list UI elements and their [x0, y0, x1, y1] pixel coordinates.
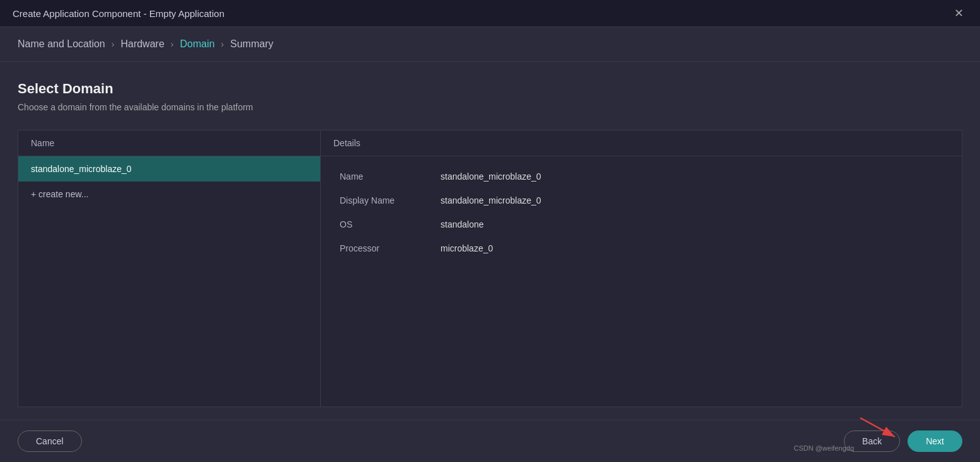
breadcrumb-sep-3: ›	[221, 39, 224, 49]
section-description: Choose a domain from the available domai…	[18, 102, 962, 112]
detail-label-os: OS	[340, 219, 441, 229]
details-body: Name standalone_microblaze_0 Display Nam…	[321, 156, 962, 269]
create-new-domain-item[interactable]: + create new...	[18, 182, 320, 207]
detail-value-os: standalone	[441, 219, 484, 229]
detail-value-processor: microblaze_0	[441, 243, 493, 253]
left-panel: Name standalone_microblaze_0 + create ne…	[18, 130, 321, 407]
detail-value-name: standalone_microblaze_0	[441, 171, 541, 182]
footer: Cancel Back Next	[0, 420, 980, 462]
breadcrumb-sep-1: ›	[112, 39, 115, 49]
detail-row-os: OS standalone	[340, 219, 943, 229]
detail-value-display-name: standalone_microblaze_0	[441, 195, 541, 205]
breadcrumb-summary: Summary	[230, 38, 273, 50]
main-content: Select Domain Choose a domain from the a…	[0, 62, 980, 420]
detail-label-name: Name	[340, 171, 441, 182]
main-panel: Name standalone_microblaze_0 + create ne…	[18, 130, 962, 407]
cancel-button[interactable]: Cancel	[18, 430, 82, 452]
domain-item-label: standalone_microblaze_0	[31, 164, 132, 174]
detail-label-processor: Processor	[340, 243, 441, 253]
next-button[interactable]: Next	[908, 430, 962, 452]
dialog-title: Create Application Component - Empty App…	[13, 8, 224, 19]
breadcrumb-domain: Domain	[180, 38, 214, 50]
breadcrumb-sep-2: ›	[171, 39, 174, 49]
breadcrumb-name-location: Name and Location	[18, 38, 105, 50]
details-column-header: Details	[321, 130, 962, 156]
close-button[interactable]: ✕	[950, 6, 967, 20]
detail-row-name: Name standalone_microblaze_0	[340, 171, 943, 182]
detail-row-display-name: Display Name standalone_microblaze_0	[340, 195, 943, 205]
breadcrumb: Name and Location › Hardware › Domain › …	[0, 27, 980, 62]
dialog-container: Create Application Component - Empty App…	[0, 0, 980, 462]
back-button[interactable]: Back	[844, 430, 900, 452]
create-new-label: + create new...	[31, 189, 88, 199]
right-panel: Details Name standalone_microblaze_0 Dis…	[321, 130, 962, 407]
section-title: Select Domain	[18, 81, 962, 97]
detail-row-processor: Processor microblaze_0	[340, 243, 943, 253]
detail-label-display-name: Display Name	[340, 195, 441, 205]
name-column-header: Name	[18, 130, 320, 156]
domain-list-item-standalone[interactable]: standalone_microblaze_0	[18, 156, 320, 182]
title-bar: Create Application Component - Empty App…	[0, 0, 980, 27]
breadcrumb-hardware: Hardware	[120, 38, 164, 50]
navigation-buttons: Back Next	[844, 430, 962, 452]
